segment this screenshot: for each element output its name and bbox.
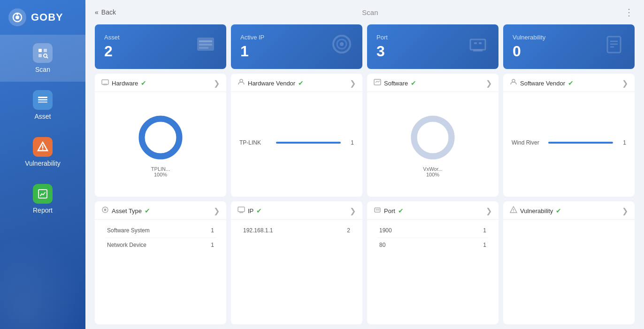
- bar-item-tplink: TP-LINK 1: [239, 139, 354, 146]
- ip-panel-icon: [238, 206, 245, 215]
- stat-label-vulnerability: Vulnerability: [513, 34, 545, 41]
- panel-port: Port ✔ ❯ 1900 1 80 1: [367, 201, 498, 324]
- hardware-vendor-check-icon: ✔: [298, 79, 304, 87]
- svg-point-48: [513, 211, 514, 212]
- port-panel-icon: [374, 206, 381, 215]
- list-row-name-ip1: 192.168.1.1: [243, 227, 273, 234]
- panel-hardware: Hardware ✔ ❯ TPLIN... 100%: [95, 74, 226, 197]
- svg-rect-10: [38, 101, 47, 103]
- panel-hardware-vendor: Hardware Vendor ✔ ❯ TP-LINK 1: [231, 74, 362, 197]
- svg-rect-24: [474, 42, 477, 44]
- stat-info-port: Port 3: [376, 34, 388, 60]
- software-panel-icon: [374, 78, 381, 88]
- ip-arrow-icon[interactable]: ❯: [350, 207, 356, 215]
- list-row-port1900: 1900 1: [377, 223, 488, 238]
- list-row-name-software-system: Software System: [107, 227, 150, 234]
- report-nav-label: Report: [33, 207, 53, 214]
- panel-title-area-ip: IP ✔: [238, 206, 262, 215]
- sidebar: GOBY Scan Asset: [0, 0, 85, 329]
- sidebar-item-vulnerability[interactable]: Vulnerability: [0, 129, 85, 176]
- svg-point-40: [104, 209, 107, 211]
- donut-name-hardware: TPLIN...: [151, 166, 170, 172]
- list-panel-port: 1900 1 80 1: [374, 222, 492, 254]
- svg-rect-45: [378, 209, 379, 210]
- asset-type-arrow-icon[interactable]: ❯: [214, 207, 220, 215]
- list-row-val-software-system: 1: [211, 227, 214, 234]
- stat-card-asset[interactable]: Asset 2: [95, 24, 226, 69]
- stat-card-vulnerability[interactable]: Vulnerability 0: [503, 24, 635, 69]
- donut-software: VxWor... 100%: [407, 112, 459, 177]
- panel-title-area-software: Software ✔: [374, 78, 416, 88]
- vulnerability-stat-icon: [603, 33, 625, 61]
- software-vendor-arrow-icon[interactable]: ❯: [622, 79, 628, 88]
- panel-title-hardware-vendor: Hardware Vendor: [248, 80, 295, 87]
- panel-title-area-vulnerability2: Vulnerability ✔: [510, 206, 561, 215]
- donut-label-hardware: TPLIN... 100%: [151, 166, 170, 177]
- hardware-arrow-icon[interactable]: ❯: [214, 79, 220, 88]
- donut-hardware: TPLIN... 100%: [135, 112, 186, 177]
- bar-count-windrive: 1: [617, 139, 626, 146]
- svg-rect-25: [479, 42, 482, 44]
- scan-nav-label: Scan: [35, 66, 50, 73]
- list-row-name-port1900: 1900: [379, 227, 392, 234]
- software-check-icon: ✔: [411, 79, 416, 87]
- sidebar-item-report[interactable]: Report: [0, 176, 85, 222]
- panel-body-ip: 192.168.1.1 2: [231, 220, 362, 324]
- hardware-vendor-panel-icon: [238, 78, 245, 88]
- bar-item-windrive: Wind River 1: [512, 139, 626, 146]
- logo-area: GOBY: [0, 0, 85, 35]
- panel-body-software-vendor: Wind River 1: [503, 92, 635, 197]
- bar-fill-windrive: [548, 142, 613, 144]
- bar-fill-tplink: [276, 142, 341, 144]
- list-panel-ip: 192.168.1.1 2: [238, 222, 356, 239]
- panel-header-software-vendor: Software Vendor ✔ ❯: [503, 74, 635, 92]
- panel-title-area-hardware-vendor: Hardware Vendor ✔: [238, 78, 304, 88]
- scan-nav-icon: [33, 43, 53, 63]
- bar-list-hardware-vendor: TP-LINK 1: [236, 138, 358, 152]
- svg-point-33: [142, 119, 179, 156]
- panel-title-area-port: Port ✔: [374, 206, 404, 215]
- panel-title-vulnerability2: Vulnerability: [520, 207, 553, 214]
- stat-value-asset: 2: [104, 43, 120, 60]
- panel-title-software-vendor: Software Vendor: [520, 80, 565, 87]
- svg-point-37: [414, 119, 452, 156]
- stat-card-activeip[interactable]: Active IP 1: [231, 24, 362, 69]
- hardware-vendor-arrow-icon[interactable]: ❯: [350, 79, 356, 88]
- donut-name-software: VxWor...: [423, 166, 442, 172]
- vulnerability2-arrow-icon[interactable]: ❯: [622, 207, 628, 215]
- svg-rect-9: [38, 99, 47, 100]
- port-arrow-icon[interactable]: ❯: [486, 207, 492, 215]
- topbar: « Back Scan ⋮: [85, 0, 644, 24]
- software-vendor-check-icon: ✔: [568, 79, 574, 87]
- bar-track-tplink: [276, 142, 341, 144]
- asset-type-check-icon: ✔: [145, 207, 150, 214]
- more-button[interactable]: ⋮: [624, 7, 635, 18]
- asset-nav-icon: [33, 90, 53, 110]
- panel-title-area-software-vendor: Software Vendor ✔: [510, 78, 574, 88]
- list-row-software-system: Software System 1: [105, 223, 216, 238]
- software-arrow-icon[interactable]: ❯: [486, 79, 492, 88]
- stat-value-port: 3: [376, 43, 388, 60]
- svg-rect-14: [38, 190, 47, 198]
- hardware-panel-icon: [101, 78, 109, 88]
- panel-software-vendor: Software Vendor ✔ ❯ Wind River 1: [503, 74, 635, 197]
- sidebar-item-asset[interactable]: Asset: [0, 82, 85, 129]
- donut-pct-hardware: 100%: [151, 172, 170, 177]
- list-row-val-port1900: 1: [483, 227, 486, 234]
- panel-ip: IP ✔ ❯ 192.168.1.1 2: [231, 201, 362, 324]
- stat-card-port[interactable]: Port 3: [367, 24, 498, 69]
- panels-area: Hardware ✔ ❯ TPLIN... 100%: [85, 74, 644, 329]
- donut-pct-software: 100%: [423, 172, 442, 177]
- svg-rect-5: [38, 54, 42, 57]
- sidebar-item-scan[interactable]: Scan: [0, 35, 85, 82]
- stat-label-port: Port: [376, 34, 388, 41]
- stat-info-vulnerability: Vulnerability 0: [513, 34, 545, 60]
- back-button[interactable]: « Back: [95, 8, 116, 16]
- stat-value-vulnerability: 0: [513, 43, 545, 60]
- logo-text: GOBY: [31, 11, 63, 23]
- panel-title-asset-type: Asset Type: [112, 207, 142, 214]
- back-arrow-icon: «: [95, 8, 99, 16]
- list-row-val-port80: 1: [483, 242, 486, 248]
- list-panel-asset-type: Software System 1 Network Device 1: [101, 222, 220, 254]
- svg-point-1: [15, 15, 19, 19]
